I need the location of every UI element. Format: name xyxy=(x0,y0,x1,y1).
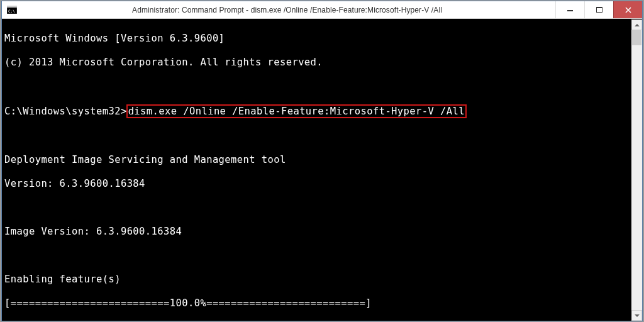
command-prompt-window: C:\ Administrator: Command Prompt - dism… xyxy=(1,1,643,321)
output-line: Enabling feature(s) xyxy=(4,274,640,286)
scroll-thumb[interactable] xyxy=(632,30,641,45)
scroll-up-button[interactable] xyxy=(631,19,642,30)
blank-line xyxy=(4,202,640,214)
blank-line xyxy=(4,80,640,92)
entered-command: dism.exe /Online /Enable-Feature:Microso… xyxy=(126,104,467,118)
scroll-track[interactable] xyxy=(631,30,642,310)
output-line: Microsoft Windows [Version 6.3.9600] xyxy=(4,33,640,45)
cmd-icon: C:\ xyxy=(5,4,19,16)
output-line: (c) 2013 Microsoft Corporation. All righ… xyxy=(4,57,640,69)
window-controls xyxy=(555,1,642,18)
terminal-area[interactable]: Microsoft Windows [Version 6.3.9600] (c)… xyxy=(2,19,642,321)
window-title: Administrator: Command Prompt - dism.exe… xyxy=(19,6,555,14)
blank-line xyxy=(4,250,640,262)
minimize-button[interactable] xyxy=(555,1,584,18)
svg-text:C:\: C:\ xyxy=(8,9,15,13)
chevron-up-icon xyxy=(635,24,640,26)
output-line: Image Version: 6.3.9600.16384 xyxy=(4,226,640,238)
output-line: Deployment Image Servicing and Managemen… xyxy=(4,154,640,166)
svg-rect-1 xyxy=(7,6,17,8)
svg-rect-5 xyxy=(596,7,602,8)
svg-rect-3 xyxy=(567,10,573,11)
prompt-line: C:\Windows\system32>dism.exe /Online /En… xyxy=(4,104,640,118)
prompt-path: C:\Windows\system32> xyxy=(4,106,127,117)
close-button[interactable] xyxy=(613,1,642,18)
output-line: Version: 6.3.9600.16384 xyxy=(4,178,640,190)
chevron-down-icon xyxy=(635,314,640,317)
vertical-scrollbar[interactable] xyxy=(631,19,642,321)
maximize-button[interactable] xyxy=(584,1,613,18)
blank-line xyxy=(4,130,640,142)
titlebar[interactable]: C:\ Administrator: Command Prompt - dism… xyxy=(2,1,642,19)
scroll-down-button[interactable] xyxy=(631,310,642,321)
progress-bar: [==========================100.0%=======… xyxy=(4,297,640,309)
